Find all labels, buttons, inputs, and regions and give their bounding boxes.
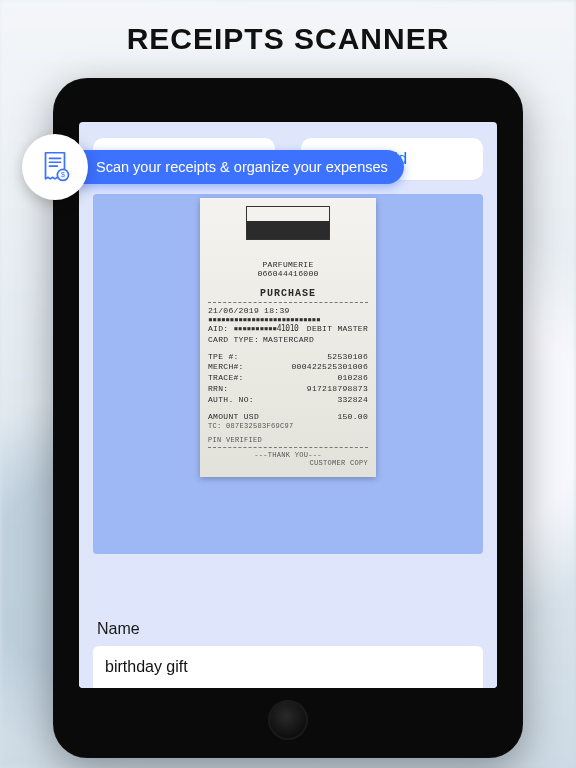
- name-label: Name: [97, 620, 479, 638]
- receipt-aid: AID: ▪▪▪▪▪▪▪▪▪▪41010 DEBIT MASTER: [208, 324, 368, 335]
- hero-title: RECEIPTS SCANNER: [0, 0, 576, 56]
- receipt-row: TPE #:52530106: [208, 352, 368, 363]
- receipt-datetime: 21/06/2019 18:39: [208, 306, 368, 315]
- merchant-code: 066044416000: [208, 269, 368, 278]
- receipt-tc: TC: 087E32583F69C97: [208, 422, 368, 431]
- receipt-row: MERCH#:000422525301006: [208, 362, 368, 373]
- receipt-card-type: CARD TYPE: MASTERCARD: [208, 335, 368, 346]
- svg-text:$: $: [61, 171, 65, 179]
- receipt-pin: PIN VERIFIED: [208, 436, 368, 444]
- receipt-row: RRN:917218798873: [208, 384, 368, 395]
- receipt-image: PARFUMERIE 066044416000 PURCHASE 21/06/2…: [200, 198, 376, 477]
- receipt-row: AUTH. NO:332824: [208, 395, 368, 406]
- merchant-logo: [246, 206, 330, 240]
- receipt-row: TRACE#:010286: [208, 373, 368, 384]
- form-area: Name: [79, 606, 497, 688]
- promo-callout: $ Scan your receipts & organize your exp…: [22, 134, 404, 200]
- name-input[interactable]: [93, 646, 483, 688]
- app-screen: Cancel Add PARFUMERIE 066044416000 PURCH…: [79, 122, 497, 688]
- receipt-icon: $: [22, 134, 88, 200]
- promo-text: Scan your receipts & organize your expen…: [68, 150, 404, 184]
- receipt-heading: PURCHASE: [208, 288, 368, 299]
- receipt-preview-area: PARFUMERIE 066044416000 PURCHASE 21/06/2…: [93, 194, 483, 554]
- receipt-amount: AMOUNT USD 150.00: [208, 412, 368, 423]
- receipt-thanks: ---THANK YOU---: [208, 451, 368, 459]
- receipt-masked-line: ▪▪▪▪▪▪▪▪▪▪▪▪▪▪▪▪▪▪▪▪▪▪▪▪▪▪: [208, 315, 368, 324]
- merchant-name: PARFUMERIE: [208, 260, 368, 269]
- receipt-copy: CUSTOMER COPY: [208, 459, 368, 467]
